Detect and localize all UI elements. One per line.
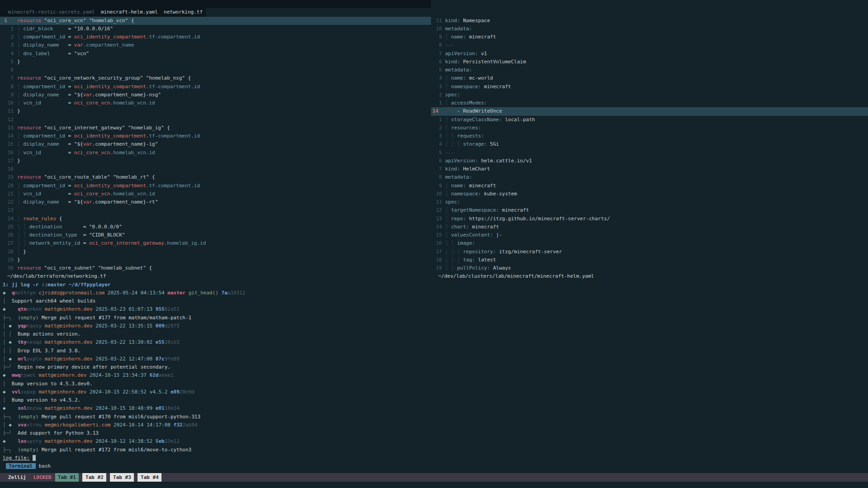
text-span: v4.5.2 — [150, 389, 168, 395]
text-span: │ — [457, 257, 463, 263]
text-span: matt@einhorn.dev — [45, 405, 93, 411]
text-span — [218, 290, 222, 296]
buffer-tab[interactable]: networking.tf — [161, 9, 205, 15]
zellij-tab[interactable]: Tab #3 — [110, 473, 134, 482]
text-span: = — [65, 133, 74, 139]
code-line: 20│ compartment_id = oci_identity_compar… — [0, 182, 431, 190]
commit-node-icon: ◆ — [3, 372, 6, 378]
text-span: 2025-03-22 12:47:00 — [95, 356, 152, 362]
text-span — [3, 463, 6, 469]
text-span: { — [128, 18, 134, 24]
zellij-tab-active[interactable]: Tab #1 — [55, 473, 79, 482]
text-span: display_name — [23, 92, 59, 98]
text-span: --- — [445, 42, 454, 48]
text-span: │ — [445, 207, 451, 213]
text-span: 2025-05-24 04:13:54 — [108, 290, 165, 296]
code-line-current: 1resource "oci_core_vcn" "homelab_vcn" { — [0, 17, 431, 25]
text-span: │ — [445, 125, 451, 131]
text-span: master — [167, 290, 185, 296]
text-span: │ │ — [3, 348, 12, 354]
text-span: │ — [451, 240, 457, 246]
text-span: oci_identity_compartment — [74, 183, 146, 189]
commit-node-icon: ◆ — [3, 389, 6, 395]
text-span — [147, 372, 150, 378]
text-span: "oci_core_subnet" — [44, 265, 95, 271]
text-span: matt@einhorn.dev — [45, 339, 93, 345]
text-span: (empty) — [18, 315, 38, 321]
text-span: |- — [493, 232, 502, 238]
line-number: 3 — [431, 83, 445, 91]
text-span: │ — [17, 150, 23, 156]
text-span: cjriddz@protonmail.com — [38, 290, 104, 296]
text-span: 5eb — [156, 438, 165, 444]
code-line: 1│ cidr_block = "10.0.0.0/16" — [0, 25, 431, 33]
line-number: 2 — [431, 124, 445, 132]
terminal-line: Terminal bash — [3, 462, 868, 470]
text-span: │ — [17, 133, 23, 139]
terminal-line: ◆ qmxttryn cjriddz@protonmail.com 2025-0… — [3, 289, 868, 297]
text-span: vcn_id — [23, 100, 41, 106]
text-span: 28cb3 — [165, 339, 180, 345]
text-span: PersistentVolumeClaim — [460, 59, 526, 65]
line-number: 3 — [431, 132, 445, 140]
text-span: │ — [17, 42, 23, 48]
text-span — [41, 265, 44, 271]
text-span: │ — [445, 108, 451, 114]
editor-pane-networking-tf[interactable]: minecraft-restic-secrets.yaml minecraft-… — [0, 0, 431, 281]
text-span: orkxn — [27, 306, 42, 312]
text-span: Always — [490, 265, 511, 271]
text-span: oci_core_vcn — [74, 191, 110, 197]
text-span: chart: — [451, 224, 469, 230]
text-span: 10e24 — [165, 405, 180, 411]
text-span: (empty) — [18, 414, 38, 420]
text-span: "0.0.0.0/0" — [89, 224, 122, 230]
zellij-tab[interactable]: Tab #2 — [82, 473, 106, 482]
text-span: │ — [445, 257, 451, 263]
line-number: 22 — [0, 198, 17, 206]
line-number: 6 — [0, 66, 17, 74]
line-number: 25 — [0, 223, 17, 231]
text-span — [42, 438, 45, 444]
text-span: .homelab_vcn.id — [110, 191, 155, 197]
text-span: 2025-03-22 13:35:15 — [95, 323, 152, 329]
buffer-tab[interactable]: minecraft-helm.yaml — [98, 9, 161, 15]
line-number: 23 — [0, 206, 17, 214]
code-line-current: 14│ │ - ReadWriteOnce — [431, 107, 868, 115]
text-span: │ — [3, 339, 9, 345]
line-number: 7 — [431, 50, 445, 58]
text-span: │ — [17, 240, 23, 246]
text-span: e01 — [156, 405, 165, 411]
text-span: │ — [3, 397, 6, 403]
line-number: 3 — [0, 41, 17, 49]
line-number: 15 — [0, 140, 17, 148]
text-span: │ — [451, 257, 457, 263]
text-span: "homelab_ig" — [128, 125, 164, 131]
text-span: name: — [451, 183, 466, 189]
code-line: 5--- — [431, 149, 868, 157]
text-span: pullPolicy: — [457, 265, 490, 271]
text-span: minecraft — [466, 183, 496, 189]
zellij-tab[interactable]: Tab #4 — [138, 473, 161, 482]
text-span: .tf-compartment.id — [146, 133, 200, 139]
zellij-mode-locked-badge: LOCKED — [33, 474, 52, 480]
text-span: │ — [17, 26, 23, 32]
code-line: 8│ compartment_id = oci_identity_compart… — [0, 83, 431, 91]
text-span: Bump actions version. — [12, 331, 81, 337]
line-number: 12 — [0, 116, 17, 124]
terminal-line: │ ◆ vvxxlrnu me@mirkogalimberti.com 2024… — [3, 421, 868, 429]
code-line: 11kind: Namespace — [431, 17, 868, 25]
text-span: nxvqz — [27, 339, 42, 345]
text-span: 87c — [156, 356, 165, 362]
terminal-pane[interactable]: 1: jj log -r ::master ~/d/ffpyplayer◆ qm… — [0, 281, 868, 471]
line-number: 6 — [431, 58, 445, 66]
bufferline: minecraft-restic-secrets.yaml minecraft-… — [0, 8, 431, 16]
text-span: network_entity_id — [29, 240, 81, 246]
commit-node-icon: ◆ — [9, 422, 12, 428]
text-span: git_head() — [189, 290, 218, 296]
text-span: .compartment_name — [83, 42, 134, 48]
editor-pane-minecraft-helm-yaml[interactable]: 11kind: Namespace10metadata:9│ name: min… — [431, 0, 868, 281]
text-span: compartment_id — [23, 84, 65, 90]
text-span: 2024-10-15 18:48:09 — [95, 405, 152, 411]
buffer-tab[interactable]: minecraft-restic-secrets.yaml — [5, 9, 98, 15]
code-line: 4│ │ │ storage: 5Gi — [431, 140, 868, 148]
